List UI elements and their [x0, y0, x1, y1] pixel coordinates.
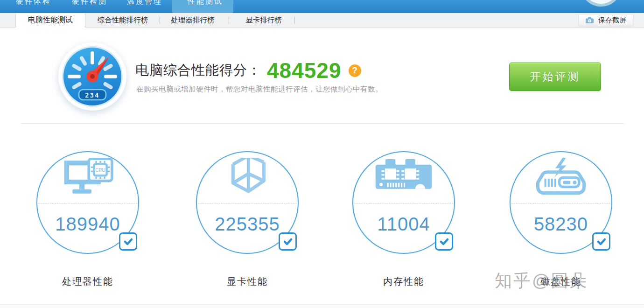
cpu-performance-label: 处理器性能	[36, 275, 139, 288]
gpu-performance-label: 显卡性能	[196, 275, 299, 288]
checkmark-icon	[596, 236, 607, 247]
tab-gpu-ranking[interactable]: 显卡排行榜	[236, 13, 291, 27]
corner-avatar-badge[interactable]	[580, 0, 622, 7]
watermark-text: 知乎@圆朵	[495, 269, 588, 293]
save-screenshot-label: 保存截屏	[598, 16, 626, 25]
dashed-divider	[198, 203, 297, 203]
checkmark-icon	[439, 236, 450, 247]
checkmark-icon	[282, 236, 294, 247]
memory-score: 11004	[352, 214, 455, 235]
cpu-check-toggle[interactable]	[119, 232, 137, 251]
tab-divider	[160, 17, 160, 24]
performance-test-page: 硬件体检 硬件检测 温度管理 性能测试 电脑性能测试 综合性能排行榜 处理器排行…	[0, 0, 644, 308]
help-icon[interactable]: ?	[349, 64, 361, 77]
camera-icon	[585, 17, 594, 24]
score-description: 在购买电脑或增加硬件时，帮您对电脑性能进行评估，让您做到心中有数。	[136, 84, 383, 94]
cpu-monitor-icon: CPU	[60, 158, 116, 199]
tab-pc-performance-test[interactable]: 电脑性能测试	[15, 13, 85, 28]
tab-cpu-ranking[interactable]: 处理器排行榜	[163, 13, 222, 27]
memory-module-icon	[373, 158, 434, 197]
tab-overall-ranking[interactable]: 综合性能排行榜	[91, 13, 154, 27]
section-divider	[21, 123, 624, 124]
sub-nav-bar: 电脑性能测试 综合性能排行榜 处理器排行榜 显卡排行榜 保存截屏	[0, 13, 644, 28]
overall-score-title: 电脑综合性能得分：	[135, 61, 261, 80]
checkmark-icon	[123, 236, 134, 247]
main-nav-tab-hardware-detect[interactable]: 硬件检测	[72, 0, 107, 7]
disk-check-toggle[interactable]	[592, 232, 610, 251]
benchmark-card-disk: 58230	[510, 151, 612, 254]
main-nav-bar: 硬件体检 硬件检测 温度管理 性能测试	[0, 0, 644, 13]
start-benchmark-button[interactable]: 开始评测	[509, 63, 601, 91]
dashed-divider	[38, 203, 137, 203]
gpu-3d-cube-icon	[220, 158, 275, 201]
disk-drive-icon	[530, 158, 592, 201]
disk-score: 58230	[510, 214, 612, 235]
dashed-divider	[354, 203, 453, 203]
overall-score-value: 484529	[267, 58, 342, 83]
gpu-check-toggle[interactable]	[279, 232, 297, 251]
memory-check-toggle[interactable]	[435, 232, 453, 251]
main-nav-tab-temperature[interactable]: 温度管理	[127, 0, 162, 7]
gauge-value: 234	[85, 91, 99, 99]
bottom-strip	[0, 305, 644, 308]
benchmark-card-gpu: 225355	[196, 151, 299, 254]
overall-score-row: 电脑综合性能得分： 484529 ?	[135, 58, 361, 83]
tab-divider	[294, 17, 295, 24]
speedometer-gauge-icon: 234	[57, 42, 127, 112]
dashed-divider	[511, 203, 610, 203]
gpu-score: 225355	[196, 214, 299, 235]
tab-divider	[229, 17, 229, 24]
main-nav-tab-hardware-checkup[interactable]: 硬件体检	[16, 0, 51, 7]
benchmark-card-cpu: CPU 189940	[36, 151, 139, 254]
save-screenshot-button[interactable]: 保存截屏	[578, 14, 633, 26]
benchmark-card-memory: 11004	[352, 151, 455, 254]
memory-performance-label: 内存性能	[352, 275, 455, 288]
svg-text:CPU: CPU	[95, 168, 105, 173]
cpu-score: 189940	[36, 214, 139, 235]
main-nav-tab-performance[interactable]: 性能测试	[188, 0, 223, 7]
